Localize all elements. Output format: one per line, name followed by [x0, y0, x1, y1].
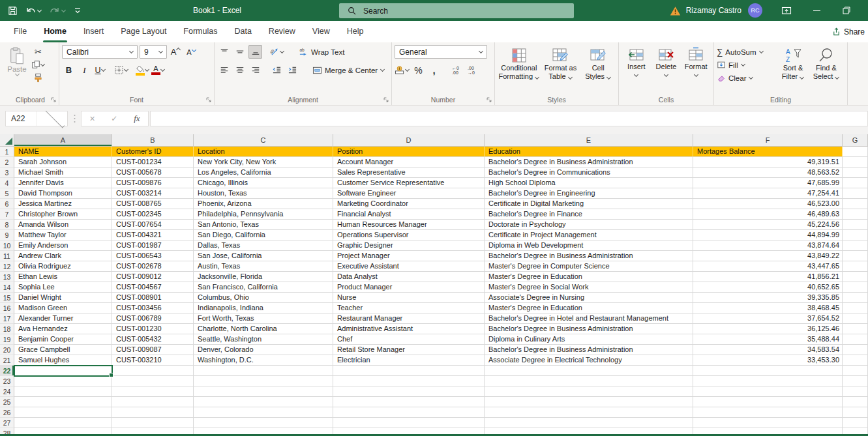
cell-C11[interactable]: San Jose, California	[194, 251, 333, 261]
column-header-D[interactable]: D	[333, 134, 485, 146]
cell-D26[interactable]	[333, 407, 485, 418]
cell-A23[interactable]	[14, 376, 112, 386]
cell-C13[interactable]: Jacksonville, Florida	[194, 272, 333, 282]
cell-D14[interactable]: Product Manager	[333, 282, 485, 293]
autosum-button[interactable]: ∑ AutoSum	[717, 46, 777, 57]
cell-D23[interactable]	[333, 376, 485, 386]
cell-C19[interactable]: Seattle, Washington	[194, 334, 333, 345]
cell-E18[interactable]: Bachelor's Degree in Business Administra…	[485, 324, 693, 334]
cell-A17[interactable]: Alexander Turner	[14, 313, 112, 324]
row-header-3[interactable]: 3	[0, 167, 14, 178]
bold-button[interactable]: B	[62, 63, 76, 77]
comma-style-icon[interactable]: ,	[427, 63, 441, 77]
cell-B6[interactable]: CUST-008765	[112, 199, 194, 209]
cell-E21[interactable]: Associate Degree in Electrical Technolog…	[485, 355, 693, 366]
cell-G26[interactable]	[843, 407, 868, 418]
cell-A10[interactable]: Emily Anderson	[14, 240, 112, 251]
row-header-20[interactable]: 20	[0, 345, 14, 355]
row-header-25[interactable]: 25	[0, 397, 14, 407]
cell-B4[interactable]: CUST-009876	[112, 178, 194, 188]
cell-C8[interactable]: San Antonio, Texas	[194, 220, 333, 230]
cell-G23[interactable]	[843, 376, 868, 386]
cell-C3[interactable]: Los Angeles, California	[194, 167, 333, 178]
conditional-formatting-button[interactable]: Conditional Formatting	[498, 45, 541, 94]
italic-button[interactable]: I	[78, 63, 91, 77]
cut-icon[interactable]: ✂	[31, 46, 45, 57]
cell-A5[interactable]: David Thompson	[14, 188, 112, 199]
cell-D17[interactable]: Restaurant Manager	[333, 313, 485, 324]
cell-D10[interactable]: Graphic Designer	[333, 240, 485, 251]
cell-F16[interactable]: 38,468.45	[693, 303, 843, 313]
clipboard-dialog-launcher-icon[interactable]	[50, 96, 57, 103]
column-header-G[interactable]: G	[843, 134, 868, 146]
middle-align-icon[interactable]	[233, 45, 247, 59]
cell-F20[interactable]: 34,583.54	[693, 345, 843, 355]
cell-G1[interactable]	[843, 147, 868, 157]
cell-A16[interactable]: Madison Green	[14, 303, 112, 313]
cell-A22[interactable]	[14, 366, 112, 376]
cell-D11[interactable]: Project Manager	[333, 251, 485, 261]
minimize-button[interactable]	[807, 10, 826, 11]
cell-G20[interactable]	[843, 345, 868, 355]
cell-A21[interactable]: Samuel Hughes	[14, 355, 112, 366]
cell-D7[interactable]: Financial Analyst	[333, 209, 485, 220]
cell-D24[interactable]	[333, 386, 485, 397]
cell-B27[interactable]	[112, 418, 194, 428]
delete-cells-button[interactable]: Delete	[651, 45, 681, 94]
clear-button[interactable]: Clear	[717, 72, 777, 83]
decrease-decimal-icon[interactable]: .00→0	[464, 63, 478, 77]
cell-A2[interactable]: Sarah Johnson	[14, 157, 112, 167]
row-header-6[interactable]: 6	[0, 199, 14, 209]
sort-filter-button[interactable]: AZ Sort & Filter	[777, 45, 809, 94]
cell-B14[interactable]: CUST-004567	[112, 282, 194, 293]
cell-E26[interactable]	[485, 407, 693, 418]
cell-B2[interactable]: CUST-001234	[112, 157, 194, 167]
ribbon-display-options-icon[interactable]	[777, 6, 796, 15]
cell-F22[interactable]	[693, 366, 843, 376]
cell-C10[interactable]: Dallas, Texas	[194, 240, 333, 251]
cell-B19[interactable]: CUST-005432	[112, 334, 194, 345]
align-left-icon[interactable]	[217, 63, 231, 77]
cell-A24[interactable]	[14, 386, 112, 397]
cell-A9[interactable]: Matthew Taylor	[14, 230, 112, 240]
cell-F5[interactable]: 47,254.41	[693, 188, 843, 199]
cell-D8[interactable]: Human Resources Manager	[333, 220, 485, 230]
merge-center-button[interactable]: Merge & Center	[312, 63, 385, 77]
cell-G6[interactable]	[843, 199, 868, 209]
cell-C1[interactable]: Location	[194, 147, 333, 157]
cell-E11[interactable]: Bachelor's Degree in Business Administra…	[485, 251, 693, 261]
tab-help[interactable]: Help	[338, 21, 372, 42]
cell-D16[interactable]: Teacher	[333, 303, 485, 313]
cell-C22[interactable]	[194, 366, 333, 376]
column-header-F[interactable]: F	[693, 134, 843, 146]
cell-D9[interactable]: Operations Supervisor	[333, 230, 485, 240]
undo-button[interactable]	[25, 6, 42, 15]
format-as-table-button[interactable]: Format as Table	[541, 45, 581, 94]
orientation-icon[interactable]: ab	[270, 45, 284, 59]
cell-D21[interactable]: Electrician	[333, 355, 485, 366]
cell-D12[interactable]: Executive Assistant	[333, 261, 485, 272]
shrink-font-icon[interactable]: A	[185, 45, 198, 59]
cell-A26[interactable]	[14, 407, 112, 418]
cell-E24[interactable]	[485, 386, 693, 397]
cell-A27[interactable]	[14, 418, 112, 428]
cell-C21[interactable]: Washington, D.C.	[194, 355, 333, 366]
cell-F21[interactable]: 33,453.30	[693, 355, 843, 366]
cell-E12[interactable]: Master's Degree in Computer Science	[485, 261, 693, 272]
cell-B1[interactable]: Customer's ID	[112, 147, 194, 157]
warning-icon[interactable]	[670, 6, 681, 16]
cell-E22[interactable]	[485, 366, 693, 376]
cell-E6[interactable]: Certificate in Digital Marketing	[485, 199, 693, 209]
cell-A4[interactable]: Jennifer Davis	[14, 178, 112, 188]
cell-C6[interactable]: Phoenix, Arizona	[194, 199, 333, 209]
tab-view[interactable]: View	[304, 21, 338, 42]
row-header-18[interactable]: 18	[0, 324, 14, 334]
cell-styles-button[interactable]: Cell Styles	[580, 45, 616, 94]
cell-C4[interactable]: Chicago, Illinois	[194, 178, 333, 188]
cell-A3[interactable]: Michael Smith	[14, 167, 112, 178]
row-header-16[interactable]: 16	[0, 303, 14, 313]
row-header-9[interactable]: 9	[0, 230, 14, 240]
tab-data[interactable]: Data	[226, 21, 260, 42]
cell-C23[interactable]	[194, 376, 333, 386]
cell-C9[interactable]: San Diego, California	[194, 230, 333, 240]
